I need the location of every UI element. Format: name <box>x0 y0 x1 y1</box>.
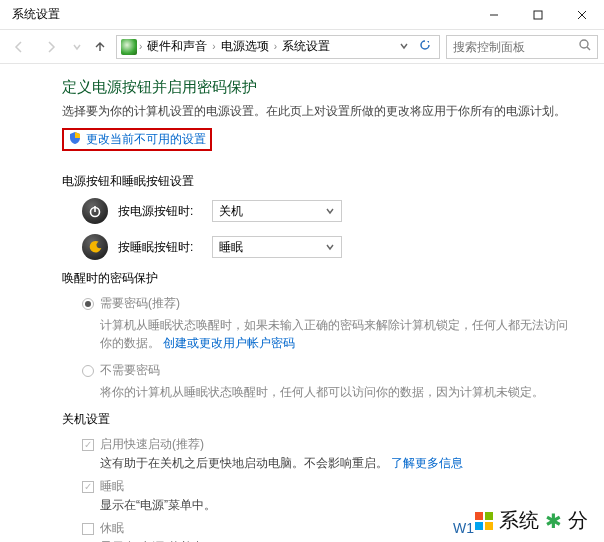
checkbox-sleep[interactable] <box>82 481 94 493</box>
minimize-button[interactable] <box>472 0 516 29</box>
page-intro: 选择要为你的计算机设置的电源设置。在此页上对设置所做的更改将应用于你所有的电源计… <box>62 103 576 120</box>
control-panel-icon <box>121 39 137 55</box>
maximize-button[interactable] <box>516 0 560 29</box>
title-bar: 系统设置 <box>0 0 604 30</box>
chevron-right-icon: › <box>212 41 215 52</box>
shutdown-section-title: 关机设置 <box>62 411 576 428</box>
power-button-row: 按电源按钮时: 关机 <box>82 198 576 224</box>
power-button-label: 按电源按钮时: <box>118 203 202 220</box>
fast-startup-desc: 这有助于在关机之后更快地启动电脑。不会影响重启。 了解更多信息 <box>82 453 576 478</box>
search-box[interactable] <box>446 35 598 59</box>
chevron-down-icon <box>325 206 335 216</box>
hibernate-label: 休眠 <box>100 520 124 537</box>
breadcrumb-seg-power[interactable]: 电源选项 <box>218 38 272 55</box>
create-change-password-link[interactable]: 创建或更改用户帐户密码 <box>163 336 295 350</box>
address-dropdown[interactable] <box>395 40 413 54</box>
watermark-dot: ✱ <box>545 509 562 533</box>
power-buttons-section-title: 电源按钮和睡眠按钮设置 <box>62 173 576 190</box>
require-password-option: 需要密码(推荐) 计算机从睡眠状态唤醒时，如果未输入正确的密码来解除计算机锁定，… <box>62 295 576 352</box>
fast-startup-row: 启用快速启动(推荐) <box>82 436 576 453</box>
close-button[interactable] <box>560 0 604 29</box>
search-icon <box>579 39 591 54</box>
sleep-button-row: 按睡眠按钮时: 睡眠 <box>82 234 576 260</box>
svg-line-5 <box>587 47 590 50</box>
sleep-button-value: 睡眠 <box>219 239 243 256</box>
watermark-w1: W1 <box>453 520 474 536</box>
change-unavailable-settings-link[interactable]: 更改当前不可用的设置 <box>62 128 212 151</box>
radio-require-password[interactable] <box>82 298 94 310</box>
learn-more-link[interactable]: 了解更多信息 <box>391 456 463 470</box>
forward-button[interactable] <box>38 34 64 60</box>
hibernate-desc: 显示在“电源”菜单中。 <box>82 537 576 542</box>
checkbox-hibernate[interactable] <box>82 523 94 535</box>
search-input[interactable] <box>453 40 563 54</box>
up-button[interactable] <box>90 37 110 57</box>
window-controls <box>472 0 604 29</box>
content-pane: 定义电源按钮并启用密码保护 选择要为你的计算机设置的电源设置。在此页上对设置所做… <box>0 64 604 542</box>
sleep-label: 睡眠 <box>100 478 124 495</box>
watermark-text-a: 系统 <box>499 507 539 534</box>
windows-logo-icon <box>475 512 493 530</box>
watermark: 系统✱分 <box>475 507 588 534</box>
chevron-right-icon: › <box>139 41 142 52</box>
sleep-button-label: 按睡眠按钮时: <box>118 239 202 256</box>
window-title: 系统设置 <box>0 6 472 23</box>
moon-icon <box>82 234 108 260</box>
breadcrumb-seg-hardware[interactable]: 硬件和声音 <box>144 38 210 55</box>
wake-password-section-title: 唤醒时的密码保护 <box>62 270 576 287</box>
require-password-label: 需要密码(推荐) <box>100 295 180 312</box>
watermark-text-b: 分 <box>568 507 588 534</box>
checkbox-fast-startup[interactable] <box>82 439 94 451</box>
power-buttons-rows: 按电源按钮时: 关机 按睡眠按钮时: 睡眠 <box>62 198 576 260</box>
power-button-value: 关机 <box>219 203 243 220</box>
recent-dropdown[interactable] <box>70 34 84 60</box>
back-button[interactable] <box>6 34 32 60</box>
svg-rect-1 <box>534 11 542 19</box>
power-button-select[interactable]: 关机 <box>212 200 342 222</box>
power-icon <box>82 198 108 224</box>
sleep-button-select[interactable]: 睡眠 <box>212 236 342 258</box>
change-unavailable-settings-label: 更改当前不可用的设置 <box>86 131 206 148</box>
chevron-right-icon: › <box>274 41 277 52</box>
radio-no-password[interactable] <box>82 365 94 377</box>
no-password-label: 不需要密码 <box>100 362 160 379</box>
svg-point-4 <box>580 40 588 48</box>
no-password-desc: 将你的计算机从睡眠状态唤醒时，任何人都可以访问你的数据，因为计算机未锁定。 <box>82 379 576 401</box>
refresh-button[interactable] <box>415 39 435 54</box>
fast-startup-label: 启用快速启动(推荐) <box>100 436 204 453</box>
chevron-down-icon <box>325 242 335 252</box>
nav-bar: › 硬件和声音 › 电源选项 › 系统设置 <box>0 30 604 64</box>
require-password-desc: 计算机从睡眠状态唤醒时，如果未输入正确的密码来解除计算机锁定，任何人都无法访问你… <box>82 312 576 352</box>
no-password-option: 不需要密码 将你的计算机从睡眠状态唤醒时，任何人都可以访问你的数据，因为计算机未… <box>62 362 576 401</box>
breadcrumb[interactable]: › 硬件和声音 › 电源选项 › 系统设置 <box>116 35 440 59</box>
shield-icon <box>68 131 82 148</box>
page-title: 定义电源按钮并启用密码保护 <box>62 78 576 97</box>
fast-startup-desc-text: 这有助于在关机之后更快地启动电脑。不会影响重启。 <box>100 456 388 470</box>
sleep-row: 睡眠 <box>82 478 576 495</box>
breadcrumb-seg-system[interactable]: 系统设置 <box>279 38 333 55</box>
